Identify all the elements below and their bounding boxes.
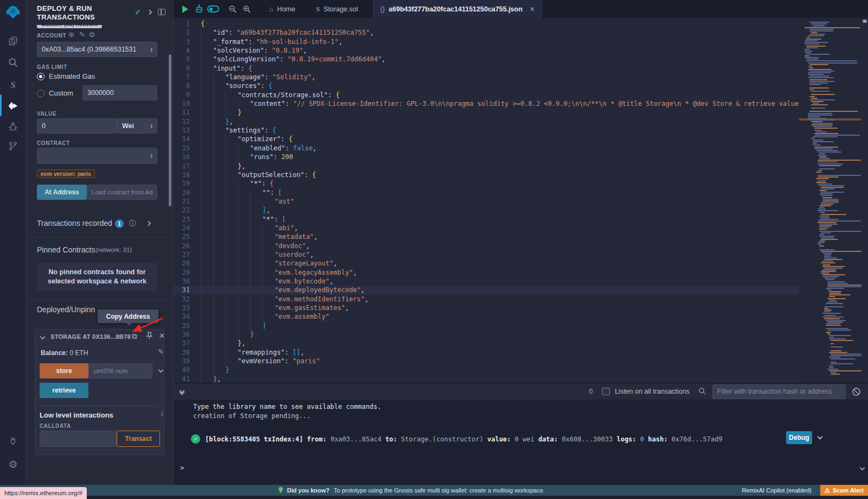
expand-store-icon[interactable] [158, 368, 164, 373]
edit-balance-icon[interactable]: ✎ [158, 348, 164, 356]
filter-transactions-input[interactable] [712, 384, 846, 399]
code-line[interactable]: 8 "sources": { [174, 81, 799, 90]
code-line[interactable]: 6 "input": { [174, 64, 799, 73]
remove-contract-icon[interactable]: ✕ [159, 332, 165, 340]
deploy-run-icon[interactable] [0, 97, 26, 115]
terminal-output[interactable]: Type the library name to see available c… [174, 400, 868, 485]
contract-select[interactable]: ▴▾ [37, 148, 157, 164]
code-line[interactable]: 3 "_format": "hh-sol-build-info-1", [174, 37, 799, 46]
code-line[interactable]: 11 } [174, 108, 799, 117]
code-line[interactable]: 13 "settings": { [174, 126, 799, 135]
retrieve-button[interactable]: retrieve [40, 383, 88, 398]
code-line[interactable]: 7 "language": "Solidity", [174, 73, 799, 81]
code-line[interactable]: 30 "evm.bytecode", [174, 277, 799, 286]
custom-gas-input[interactable] [82, 85, 157, 100]
code-line[interactable]: 9 "contracts/Storage.sol": { [174, 91, 799, 99]
store-button[interactable]: store [40, 363, 88, 378]
custom-gas-radio[interactable] [37, 90, 44, 97]
code-line[interactable]: 37 }, [174, 339, 799, 348]
code-line[interactable]: 29 "evm.legacyAssembly", [174, 268, 799, 277]
pin-panel-icon[interactable] [158, 9, 165, 15]
load-contract-input[interactable] [87, 185, 157, 200]
expand-transactions-icon[interactable] [146, 221, 151, 226]
edit-account-icon[interactable]: ✎ [79, 30, 85, 39]
zoom-out-icon[interactable] [226, 0, 240, 18]
file-explorer-icon[interactable] [0, 31, 26, 50]
settings-icon[interactable]: ⚙ [0, 455, 26, 473]
code-content[interactable]: 1{2 "id": "a69b43f277ba20fcac141151250ca… [174, 20, 799, 383]
code-line[interactable]: 35 ] [174, 321, 799, 330]
tab-json-active[interactable]: {} a69b43f277ba20fcac141151250ca755.json… [373, 0, 542, 18]
code-line[interactable]: 36 } [174, 330, 799, 339]
low-level-info-icon[interactable]: i [161, 410, 163, 418]
calldata-input[interactable] [40, 431, 117, 447]
value-input[interactable] [37, 118, 117, 134]
code-line[interactable]: 10 "content": "// SPDX-License-Identifie… [174, 99, 799, 108]
minimap[interactable] [799, 18, 861, 383]
zoom-in-icon[interactable] [240, 0, 254, 18]
store-arg-input[interactable] [88, 363, 152, 378]
code-line[interactable]: 22 ], [174, 206, 799, 214]
code-line[interactable]: 4 "solcVersion": "0.8.19", [174, 46, 799, 55]
value-unit-select[interactable]: Wei ▴▾ [117, 118, 157, 134]
debug-button[interactable]: Debug [786, 431, 812, 444]
estimated-gas-radio[interactable] [37, 73, 44, 80]
copilot-toggle-icon[interactable] [206, 0, 220, 18]
tx-log-line[interactable]: [block:5583405 txIndex:4] from: 0xa03...… [205, 435, 723, 443]
remix-logo-icon[interactable] [0, 3, 26, 22]
code-line[interactable]: 38 "remappings": [], [174, 348, 799, 357]
code-line[interactable]: 14 "optimizer": { [174, 135, 799, 143]
search-icon[interactable] [0, 53, 26, 72]
code-line[interactable]: 33 "evm.gasEstimates", [174, 304, 799, 312]
code-line[interactable]: 34 "evm.assembly" [174, 312, 799, 321]
terminal-prompt[interactable]: > [180, 464, 184, 472]
code-line[interactable]: 15 "enabled": false, [174, 144, 799, 153]
code-line[interactable]: 25 "metadata", [174, 232, 799, 241]
code-line[interactable]: 16 "runs": 200 [174, 153, 799, 161]
account-select[interactable]: 0xA03...85ac4 (0.39866531531 ▴▾ [37, 42, 157, 57]
code-line[interactable]: 2 "id": "a69b43f277ba20fcac141151250ca75… [174, 28, 799, 37]
code-line[interactable]: 12 }, [174, 117, 799, 126]
expand-tx-icon[interactable] [818, 434, 823, 440]
copilot-status[interactable]: RemixAI Copilot (enabled) [742, 487, 812, 494]
listen-checkbox[interactable] [602, 388, 610, 395]
code-line[interactable]: 21 "ast" [174, 197, 799, 206]
code-line[interactable]: 32 "evm.methodIdentifiers", [174, 295, 799, 304]
git-icon[interactable] [0, 137, 26, 155]
close-tab-icon[interactable]: ✕ [529, 5, 535, 13]
debugger-icon[interactable] [0, 117, 26, 136]
plugin-manager-icon[interactable] [0, 432, 26, 450]
tab-home[interactable]: ⌂ Home [263, 0, 302, 18]
chevron-right-icon[interactable] [147, 9, 152, 15]
add-account-icon[interactable]: ⊕ [68, 30, 74, 39]
code-line[interactable]: 41 }, [174, 375, 799, 383]
editor-scrollbar-thumb[interactable] [863, 20, 867, 23]
at-address-button[interactable]: At Address [37, 185, 87, 200]
pin-contract-icon[interactable] [146, 332, 153, 342]
code-line[interactable]: 24 "abi", [174, 224, 799, 232]
panel-scrollbar[interactable] [169, 54, 171, 206]
remixai-assistant-icon[interactable] [192, 0, 206, 18]
solidity-compiler-icon[interactable]: S [0, 76, 26, 94]
copy-account-icon[interactable]: ⧉ [90, 30, 94, 39]
code-line[interactable]: 40 } [174, 365, 799, 374]
code-line[interactable]: 27 "userdoc", [174, 250, 799, 259]
code-line[interactable]: 23 "*": [ [174, 215, 799, 224]
collapse-terminal-icon[interactable] [180, 389, 184, 394]
scroll-to-bottom-icon[interactable] [860, 465, 865, 471]
code-line[interactable]: 31 "evm.deployedBytecode", [174, 286, 799, 294]
code-line[interactable]: 28 "storageLayout", [174, 259, 799, 268]
code-line[interactable]: 1{ [174, 20, 799, 28]
run-script-icon[interactable] [178, 0, 192, 18]
code-line[interactable]: 39 "evmVersion": "paris" [174, 357, 799, 365]
code-line[interactable]: 20 "": [ [174, 188, 799, 197]
tab-storage-sol[interactable]: S Storage.sol [309, 0, 364, 18]
transact-button[interactable]: Transact [117, 431, 160, 447]
info-icon[interactable]: ⓘ [129, 219, 136, 229]
scam-alert-button[interactable]: ⚠ Scam Alert [820, 485, 868, 496]
code-line[interactable]: 17 }, [174, 162, 799, 170]
code-line[interactable]: 18 "outputSelection": { [174, 170, 799, 179]
code-line[interactable]: 19 "*": { [174, 179, 799, 188]
code-line[interactable]: 5 "solcLongVersion": "0.8.19+commit.7dd6… [174, 55, 799, 64]
code-line[interactable]: 26 "devdoc", [174, 242, 799, 250]
